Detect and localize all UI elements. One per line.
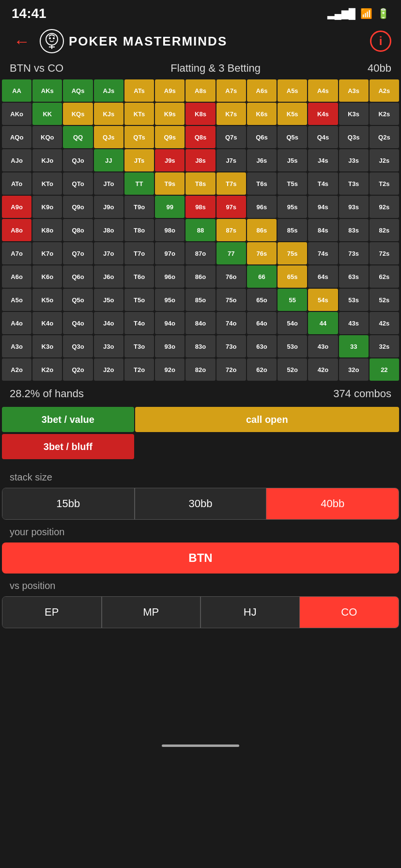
hand-cell-65o[interactable]: 65o	[247, 289, 277, 311]
vs-co[interactable]: CO	[300, 597, 399, 628]
hand-cell-t3o[interactable]: T3o	[124, 335, 154, 357]
hand-cell-55[interactable]: 55	[278, 289, 307, 311]
hand-cell-kts[interactable]: KTs	[124, 103, 154, 125]
hand-cell-74o[interactable]: 74o	[216, 312, 246, 334]
hand-cell-42o[interactable]: 42o	[308, 358, 338, 381]
hand-cell-65s[interactable]: 65s	[278, 265, 307, 288]
hand-cell-95o[interactable]: 95o	[155, 289, 185, 311]
hand-cell-94o[interactable]: 94o	[155, 312, 185, 334]
hand-cell-t9s[interactable]: T9s	[155, 172, 185, 195]
hand-cell-k9s[interactable]: K9s	[155, 103, 185, 125]
hand-cell-a3o[interactable]: A3o	[2, 335, 31, 357]
hand-cell-t4s[interactable]: T4s	[308, 172, 338, 195]
hand-cell-52o[interactable]: 52o	[278, 358, 307, 381]
hand-cell-kqo[interactable]: KQo	[32, 126, 62, 148]
hand-cell-63s[interactable]: 63s	[339, 265, 369, 288]
hand-cell-j9s[interactable]: J9s	[155, 149, 185, 171]
hand-cell-j3o[interactable]: J3o	[94, 335, 123, 357]
stack-30bb[interactable]: 30bb	[135, 488, 267, 519]
hand-cell-t2o[interactable]: T2o	[124, 358, 154, 381]
hand-cell-73o[interactable]: 73o	[216, 335, 246, 357]
hand-cell-kto[interactable]: KTo	[32, 172, 62, 195]
hand-cell-t7s[interactable]: T7s	[216, 172, 246, 195]
hand-cell-j6o[interactable]: J6o	[94, 265, 123, 288]
hand-cell-a8s[interactable]: A8s	[185, 79, 215, 102]
hand-cell-53o[interactable]: 53o	[278, 335, 307, 357]
hand-cell-96o[interactable]: 96o	[155, 265, 185, 288]
hand-cell-k3s[interactable]: K3s	[339, 103, 369, 125]
hand-cell-j7s[interactable]: J7s	[216, 149, 246, 171]
hand-cell-52s[interactable]: 52s	[370, 289, 399, 311]
hand-cell-q3s[interactable]: Q3s	[339, 126, 369, 148]
hand-cell-43s[interactable]: 43s	[339, 312, 369, 334]
hand-cell-32s[interactable]: 32s	[370, 335, 399, 357]
hand-cell-a9s[interactable]: A9s	[155, 79, 185, 102]
hand-cell-a2o[interactable]: A2o	[2, 358, 31, 381]
hand-cell-88[interactable]: 88	[185, 219, 215, 241]
hand-cell-96s[interactable]: 96s	[247, 196, 277, 218]
hand-cell-aa[interactable]: AA	[2, 79, 31, 102]
hand-cell-a4o[interactable]: A4o	[2, 312, 31, 334]
hand-cell-ako[interactable]: AKo	[2, 103, 31, 125]
vs-mp[interactable]: MP	[102, 597, 201, 628]
hand-cell-43o[interactable]: 43o	[308, 335, 338, 357]
hand-cell-j2o[interactable]: J2o	[94, 358, 123, 381]
hand-cell-85s[interactable]: 85s	[278, 219, 307, 241]
hand-cell-q3o[interactable]: Q3o	[63, 335, 93, 357]
hand-cell-98o[interactable]: 98o	[155, 219, 185, 241]
hand-cell-63o[interactable]: 63o	[247, 335, 277, 357]
hand-cell-tt[interactable]: TT	[124, 172, 154, 195]
hand-cell-72o[interactable]: 72o	[216, 358, 246, 381]
hand-cell-85o[interactable]: 85o	[185, 289, 215, 311]
hand-cell-93s[interactable]: 93s	[339, 196, 369, 218]
hand-cell-j7o[interactable]: J7o	[94, 242, 123, 264]
hand-cell-75o[interactable]: 75o	[216, 289, 246, 311]
hand-cell-64o[interactable]: 64o	[247, 312, 277, 334]
hand-cell-75s[interactable]: 75s	[278, 242, 307, 264]
hand-cell-q5o[interactable]: Q5o	[63, 289, 93, 311]
hand-cell-ajs[interactable]: AJs	[94, 79, 123, 102]
hand-cell-62s[interactable]: 62s	[370, 265, 399, 288]
hand-cell-73s[interactable]: 73s	[339, 242, 369, 264]
hand-cell-k3o[interactable]: K3o	[32, 335, 62, 357]
hand-cell-k9o[interactable]: K9o	[32, 196, 62, 218]
hand-cell-k4o[interactable]: K4o	[32, 312, 62, 334]
hand-cell-jto[interactable]: JTo	[94, 172, 123, 195]
hand-cell-a7s[interactable]: A7s	[216, 79, 246, 102]
hand-cell-a6o[interactable]: A6o	[2, 265, 31, 288]
hand-cell-a2s[interactable]: A2s	[370, 79, 399, 102]
hand-cell-q5s[interactable]: Q5s	[278, 126, 307, 148]
hand-cell-83s[interactable]: 83s	[339, 219, 369, 241]
hand-cell-86s[interactable]: 86s	[247, 219, 277, 241]
hand-cell-44[interactable]: 44	[308, 312, 338, 334]
hand-cell-q7o[interactable]: Q7o	[63, 242, 93, 264]
hand-cell-qjs[interactable]: QJs	[94, 126, 123, 148]
hand-cell-k5s[interactable]: K5s	[278, 103, 307, 125]
vs-ep[interactable]: EP	[2, 597, 102, 628]
hand-cell-j8o[interactable]: J8o	[94, 219, 123, 241]
hand-cell-q8o[interactable]: Q8o	[63, 219, 93, 241]
hand-cell-a5s[interactable]: A5s	[278, 79, 307, 102]
hand-cell-t5o[interactable]: T5o	[124, 289, 154, 311]
hand-cell-54s[interactable]: 54s	[308, 289, 338, 311]
hand-cell-t9o[interactable]: T9o	[124, 196, 154, 218]
hand-cell-99[interactable]: 99	[155, 196, 185, 218]
hand-cell-aks[interactable]: AKs	[32, 79, 62, 102]
hand-cell-j5s[interactable]: J5s	[278, 149, 307, 171]
hand-cell-t8s[interactable]: T8s	[185, 172, 215, 195]
hand-cell-72s[interactable]: 72s	[370, 242, 399, 264]
hand-cell-82o[interactable]: 82o	[185, 358, 215, 381]
hand-cell-a6s[interactable]: A6s	[247, 79, 277, 102]
hand-cell-22[interactable]: 22	[370, 358, 399, 381]
hand-cell-q9s[interactable]: Q9s	[155, 126, 185, 148]
hand-cell-k7o[interactable]: K7o	[32, 242, 62, 264]
hand-cell-ats[interactable]: ATs	[124, 79, 154, 102]
vs-hj[interactable]: HJ	[200, 597, 300, 628]
hand-cell-54o[interactable]: 54o	[278, 312, 307, 334]
hand-cell-kqs[interactable]: KQs	[63, 103, 93, 125]
hand-cell-q6s[interactable]: Q6s	[247, 126, 277, 148]
hand-cell-kk[interactable]: KK	[32, 103, 62, 125]
hand-cell-t6s[interactable]: T6s	[247, 172, 277, 195]
hand-cell-q9o[interactable]: Q9o	[63, 196, 93, 218]
hand-cell-a4s[interactable]: A4s	[308, 79, 338, 102]
